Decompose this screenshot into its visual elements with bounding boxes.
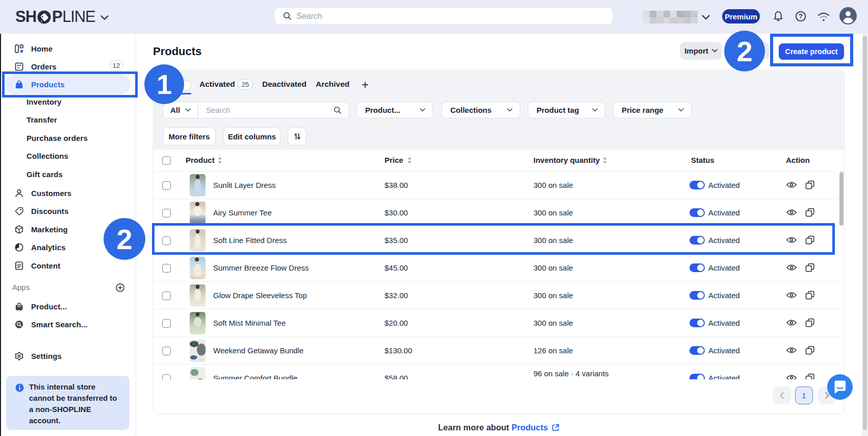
svg-text:?: ? <box>799 13 803 20</box>
